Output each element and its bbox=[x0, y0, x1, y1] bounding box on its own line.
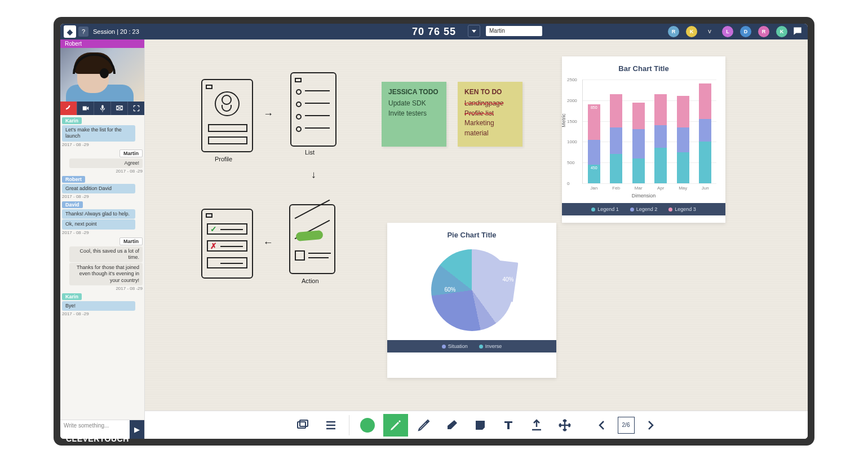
sticky-line: Update SDK bbox=[388, 99, 440, 108]
participant-avatar[interactable]: K bbox=[686, 26, 697, 37]
pie-slice-label: 60% bbox=[445, 287, 456, 293]
svg-rect-2 bbox=[300, 420, 308, 426]
sidebar: Robert bbox=[60, 39, 145, 439]
chat-sender-name: Karin bbox=[62, 117, 82, 124]
chat-send-button[interactable]: ▶ bbox=[130, 420, 144, 439]
pie-chart: 60% 40% bbox=[431, 249, 513, 331]
sticky-title: JESSICA TODO bbox=[388, 87, 440, 97]
chat-timestamp: 2017 - 08 -29 bbox=[62, 169, 143, 174]
share-button[interactable] bbox=[110, 102, 127, 115]
sticky-note-ken[interactable]: KEN TO DO Landingpage Profile list Marke… bbox=[458, 82, 522, 147]
participant-avatar[interactable]: R bbox=[668, 26, 679, 37]
bar-chart-panel[interactable]: Bar Chart Title Metric 05001000150020002… bbox=[562, 56, 725, 223]
sketch-select[interactable]: ✓ ✗ bbox=[201, 209, 258, 282]
pen-tool[interactable] bbox=[383, 414, 408, 437]
chat-sender-name: Martin bbox=[119, 237, 143, 245]
sketch-action-label: Action bbox=[302, 277, 319, 284]
sketch-list[interactable]: List bbox=[290, 72, 341, 157]
legend-item: Situation bbox=[442, 343, 468, 349]
hangup-button[interactable] bbox=[60, 102, 77, 115]
page-indicator[interactable]: 2/6 bbox=[618, 417, 635, 434]
chat-timestamp: 2017 - 08 -29 bbox=[62, 230, 143, 235]
chart-legend: Legend 1Legend 2Legend 3 bbox=[562, 203, 725, 215]
chat-timestamp: 2017 - 08 -29 bbox=[62, 194, 143, 199]
chat-message: Ok, next point bbox=[62, 219, 135, 229]
highlighter-tool[interactable] bbox=[411, 414, 436, 437]
fullscreen-button[interactable] bbox=[127, 102, 144, 115]
participant-avatar[interactable]: R bbox=[758, 26, 769, 37]
chart-legend: SituationInverse bbox=[387, 340, 556, 352]
chart-title: Pie Chart Title bbox=[387, 223, 556, 244]
app-logo-icon[interactable]: ◆ bbox=[64, 25, 76, 38]
session-label: Session | 20 : 23 bbox=[93, 28, 139, 35]
topbar: ◆ ? Session | 20 : 23 70 76 55 Martin RK… bbox=[60, 24, 808, 39]
video-pane: Robert bbox=[60, 39, 144, 115]
sketch-profile[interactable]: Profile bbox=[201, 79, 258, 164]
video-feed[interactable] bbox=[60, 48, 144, 102]
arrow-icon: → bbox=[308, 170, 320, 180]
whiteboard-canvas[interactable]: Profile → List → bbox=[145, 39, 808, 439]
chat-input-row: Write something... ▶ bbox=[60, 420, 144, 439]
sticky-line: Profile list bbox=[464, 109, 516, 118]
chat-message: Great addition David bbox=[62, 184, 135, 193]
participant-avatar[interactable]: K bbox=[776, 26, 787, 37]
timer-dropdown[interactable] bbox=[468, 25, 480, 37]
chart-title: Bar Chart Title bbox=[562, 56, 725, 77]
legend-item: Inverse bbox=[479, 343, 502, 349]
sketch-profile-label: Profile bbox=[215, 156, 232, 162]
bottom-toolbar: 2/6 bbox=[145, 411, 808, 439]
pie-slice-label: 40% bbox=[502, 276, 513, 283]
slides-button[interactable] bbox=[290, 414, 315, 437]
chat-timestamp: 2017 - 08 -29 bbox=[62, 311, 143, 316]
chat-input[interactable]: Write something... bbox=[60, 420, 130, 439]
bar-chart: Metric 05001000150020002500450850JanFebM… bbox=[582, 80, 716, 184]
chat-message: Thanks for those that joined even though… bbox=[69, 263, 143, 285]
participant-search-input[interactable]: Martin bbox=[486, 26, 542, 36]
chat-icon[interactable] bbox=[792, 26, 803, 37]
chat-message: Bye! bbox=[62, 301, 135, 311]
chat-timestamp: 2017 - 08 -29 bbox=[62, 286, 143, 291]
chat-message: Let's make the list for the launch bbox=[62, 125, 135, 142]
chat-message: Cool, this saved us a lot of time. bbox=[69, 246, 143, 263]
move-tool[interactable] bbox=[552, 414, 577, 437]
session-timer: 70 76 55 bbox=[412, 26, 456, 38]
help-button[interactable]: ? bbox=[78, 27, 88, 37]
chat-panel: KarinLet's make the list for the launch2… bbox=[60, 115, 144, 420]
arrow-icon: → bbox=[263, 237, 273, 249]
legend-item: Legend 1 bbox=[591, 206, 619, 212]
participant-avatar[interactable]: L bbox=[722, 26, 733, 37]
eraser-tool[interactable] bbox=[440, 414, 464, 437]
prev-page-button[interactable] bbox=[590, 414, 614, 437]
chat-message: Agree! bbox=[69, 158, 143, 168]
sticky-note-jessica[interactable]: JESSICA TODO Update SDK Invite testers bbox=[382, 82, 446, 147]
chat-sender-name: Karin bbox=[62, 293, 82, 300]
chat-sender-name: David bbox=[62, 201, 83, 208]
menu-button[interactable] bbox=[318, 414, 343, 437]
chat-timestamp: 2017 - 08 -29 bbox=[62, 142, 143, 147]
sticky-line: Invite testers bbox=[388, 109, 440, 118]
sketch-list-label: List bbox=[305, 149, 315, 156]
video-controls bbox=[60, 102, 144, 115]
mic-button[interactable] bbox=[94, 102, 110, 115]
upload-button[interactable] bbox=[524, 414, 549, 437]
participant-avatar[interactable]: D bbox=[740, 26, 751, 37]
sketch-action[interactable]: Action bbox=[289, 204, 340, 289]
next-page-button[interactable] bbox=[638, 414, 663, 437]
legend-item: Legend 3 bbox=[668, 206, 696, 212]
color-picker[interactable] bbox=[355, 414, 380, 437]
camera-button[interactable] bbox=[77, 102, 94, 115]
sticky-line: Marketing material bbox=[464, 118, 516, 138]
chat-sender-name: Martin bbox=[119, 149, 143, 157]
participant-avatar[interactable]: V bbox=[704, 26, 715, 37]
chat-sender-name: Robert bbox=[62, 176, 85, 183]
legend-item: Legend 2 bbox=[630, 206, 658, 212]
participants-list: RKVLDRK bbox=[668, 24, 787, 39]
x-axis-label: Dimension bbox=[562, 193, 725, 199]
pie-chart-panel[interactable]: Pie Chart Title 60% 40% SituationInverse bbox=[387, 223, 556, 378]
chat-message: Thanks! Always glad to help. bbox=[62, 209, 135, 219]
note-tool[interactable] bbox=[468, 414, 493, 437]
y-axis-label: Metric bbox=[561, 113, 566, 127]
svg-rect-1 bbox=[298, 422, 305, 428]
sticky-title: KEN TO DO bbox=[464, 87, 516, 97]
text-tool[interactable] bbox=[496, 414, 521, 437]
